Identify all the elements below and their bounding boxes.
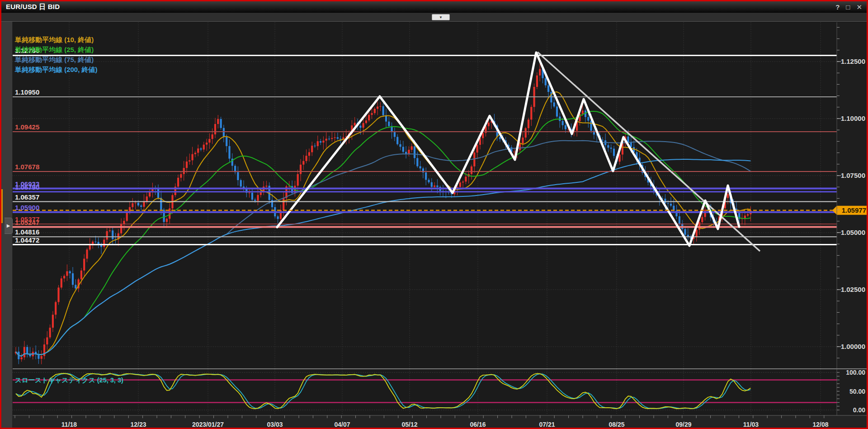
svg-text:1.06790: 1.06790 bbox=[15, 183, 39, 191]
title-bar: EUR/USD 日 BID ? □ ✕ bbox=[1, 1, 867, 13]
chart-canvas[interactable]: 1.059771.127681.109501.094251.076781.069… bbox=[1, 1, 868, 429]
legend-item-ma[interactable]: 単純移動平均線 (75, 終値) bbox=[14, 56, 94, 63]
close-button[interactable]: ✕ bbox=[856, 4, 862, 10]
toolbar-strip: ▼ bbox=[1, 13, 867, 22]
svg-text:1.10950: 1.10950 bbox=[15, 88, 39, 96]
current-price-badge: 1.05977 bbox=[832, 206, 868, 215]
svg-text:1.09425: 1.09425 bbox=[15, 123, 39, 131]
time-axis-label: 04/07 bbox=[334, 421, 350, 428]
maximize-button[interactable]: □ bbox=[846, 4, 850, 10]
svg-text:1.04472: 1.04472 bbox=[15, 236, 39, 244]
legend-item-ma[interactable]: 単純移動平均線 (10, 終値) bbox=[14, 36, 94, 43]
time-axis-label: 11/03 bbox=[743, 421, 759, 428]
svg-text:100.00: 100.00 bbox=[846, 369, 865, 376]
time-axis-label: 05/12 bbox=[401, 421, 417, 428]
svg-text:1.04816: 1.04816 bbox=[15, 228, 39, 236]
window-title: EUR/USD 日 BID bbox=[6, 3, 60, 11]
svg-text:1.06357: 1.06357 bbox=[15, 193, 39, 201]
svg-text:1.02500: 1.02500 bbox=[841, 286, 865, 293]
svg-text:1.07678: 1.07678 bbox=[15, 163, 39, 171]
svg-text:1.12500: 1.12500 bbox=[841, 57, 865, 65]
svg-text:1.05247: 1.05247 bbox=[15, 219, 39, 226]
time-axis-label: 09/29 bbox=[675, 421, 691, 428]
price-axis-background[interactable] bbox=[837, 22, 868, 415]
side-panel-expand-tab[interactable]: ▶ bbox=[5, 218, 13, 234]
time-axis-label: 03/03 bbox=[267, 421, 283, 428]
svg-text:1.05000: 1.05000 bbox=[841, 229, 865, 236]
time-axis-label: 12/08 bbox=[812, 421, 828, 428]
time-axis-label: 11/18 bbox=[61, 421, 77, 428]
legend-item-ma[interactable]: 単純移動平均線 (25, 終値) bbox=[14, 46, 94, 53]
svg-text:1.07500: 1.07500 bbox=[841, 172, 865, 179]
time-axis-label: 07/21 bbox=[539, 421, 555, 428]
svg-text:0.00: 0.00 bbox=[853, 406, 865, 414]
stochastic-label[interactable]: スローストキャスティクス (25, 3, 3) bbox=[15, 377, 123, 384]
svg-text:50.00: 50.00 bbox=[849, 388, 865, 395]
time-axis-label: 12/23 bbox=[130, 421, 146, 428]
left-accent-mark bbox=[1, 189, 3, 223]
toolbar-collapse-button[interactable]: ▼ bbox=[432, 14, 450, 20]
svg-text:1.05900: 1.05900 bbox=[15, 204, 39, 211]
current-price-value: 1.05977 bbox=[842, 206, 866, 214]
legend-item-ma[interactable]: 単純移動平均線 (200, 終値) bbox=[14, 66, 98, 73]
trading-app-window: EUR/USD 日 BID ? □ ✕ ▼ 1.059771.127681.10… bbox=[0, 0, 868, 429]
time-axis-label: 2023/01/27 bbox=[192, 421, 224, 428]
time-axis-label: 08/25 bbox=[609, 421, 624, 428]
help-button[interactable]: ? bbox=[835, 4, 840, 10]
svg-text:1.00000: 1.00000 bbox=[841, 343, 865, 350]
time-axis-label: 06/16 bbox=[470, 421, 486, 428]
svg-text:1.10000: 1.10000 bbox=[841, 114, 865, 122]
left-side-strip: ▶ bbox=[1, 22, 13, 429]
